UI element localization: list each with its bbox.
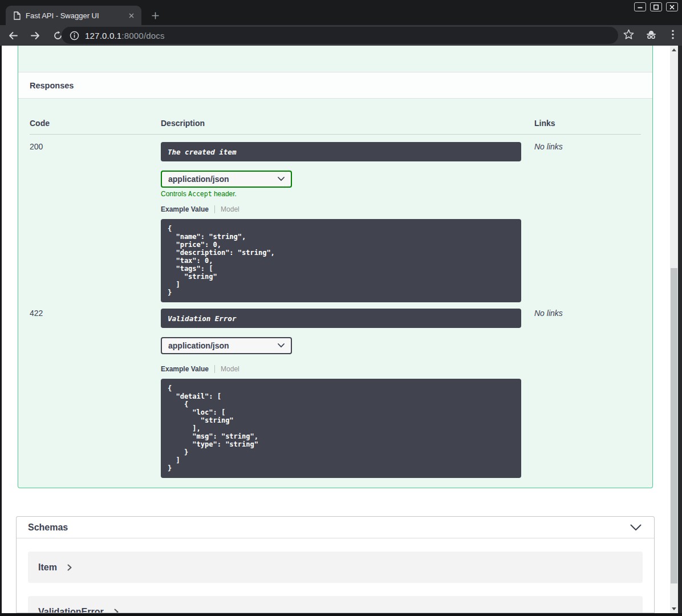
model-row-item[interactable]: Item (28, 552, 643, 583)
maximize-button[interactable] (650, 2, 662, 11)
browser-titlebar: Fast API - Swagger UI (0, 0, 682, 46)
schemas-header[interactable]: Schemas (17, 517, 654, 538)
kebab-menu-icon (672, 30, 674, 39)
schemas-title: Schemas (28, 522, 68, 533)
scroll-up-icon[interactable] (672, 48, 676, 51)
browser-menu-button[interactable] (668, 30, 677, 42)
chevron-down-icon (278, 177, 285, 181)
maximize-icon (653, 5, 659, 10)
incognito-icon (646, 30, 657, 39)
model-name: ValidationError (38, 607, 104, 614)
back-button[interactable] (6, 28, 21, 43)
tab-divider (214, 205, 215, 213)
example-json-block: { "detail": [ { "loc": [ "string" ], "ms… (161, 379, 521, 478)
forward-button[interactable] (28, 28, 43, 43)
header-description: Description (161, 119, 534, 128)
tab-model[interactable]: Model (221, 365, 239, 373)
response-code: 422 (30, 309, 161, 478)
browser-tab[interactable]: Fast API - Swagger UI (6, 6, 141, 25)
new-tab-button[interactable] (147, 7, 163, 23)
tab-divider (214, 365, 215, 373)
chevron-down-icon (278, 343, 285, 348)
media-type-value: application/json (168, 341, 229, 350)
response-row-200: 200 The created item application/json Co… (30, 135, 641, 302)
header-code: Code (30, 119, 161, 128)
responses-section-header: Responses (18, 72, 652, 99)
schemas-body: Item ValidationError (17, 538, 654, 613)
responses-title: Responses (30, 81, 74, 90)
address-bar[interactable]: 127.0.0.1:8000/docs (62, 27, 618, 44)
swagger-page: Responses Code Description Links 200 The… (2, 46, 670, 613)
url-text: 127.0.0.1:8000/docs (85, 31, 165, 40)
response-description-text: The created item (168, 148, 236, 156)
tab-title: Fast API - Swagger UI (26, 11, 125, 20)
window-frame-left (0, 46, 2, 616)
chevron-right-icon (67, 564, 72, 571)
incognito-indicator[interactable] (646, 30, 657, 42)
scrollbar-thumb[interactable] (671, 268, 677, 583)
tab-example-value[interactable]: Example Value (161, 365, 209, 373)
close-icon (669, 5, 675, 10)
model-row-validationerror[interactable]: ValidationError (28, 596, 643, 613)
url-host: 127.0.0.1 (85, 31, 121, 40)
reload-icon (53, 31, 63, 40)
header-links: Links (534, 119, 641, 128)
info-circle-icon[interactable] (70, 31, 79, 40)
minimize-icon (638, 5, 643, 9)
opblock-spacer (18, 46, 652, 72)
tab-model[interactable]: Model (221, 205, 239, 213)
window-controls (634, 2, 678, 11)
minimize-button[interactable] (634, 2, 646, 11)
model-name: Item (38, 562, 57, 573)
operation-block: Responses Code Description Links 200 The… (18, 46, 653, 488)
bookmark-star-icon (623, 29, 634, 39)
chevron-down-icon[interactable] (630, 524, 642, 531)
response-row-422: 422 Validation Error application/json Ex… (30, 309, 641, 478)
accept-note-suffix: header. (212, 190, 237, 198)
schemas-section: Schemas Item ValidationError (16, 516, 655, 613)
window-frame-right (678, 46, 682, 616)
page-scrollbar[interactable] (670, 46, 678, 613)
close-window-button[interactable] (666, 2, 678, 11)
accept-note-code: Accept (188, 190, 212, 198)
accept-header-note: Controls Accept header. (161, 190, 534, 198)
window-frame-bottom (0, 613, 682, 616)
example-model-tabs: Example Value Model (161, 205, 534, 214)
url-path: :8000/docs (121, 31, 164, 40)
arrow-left-icon (8, 31, 18, 40)
tab-close-button[interactable] (125, 10, 137, 21)
media-type-value: application/json (168, 175, 229, 184)
responses-table: Code Description Links 200 The created i… (18, 99, 652, 478)
response-links: No links (534, 142, 641, 302)
chevron-right-icon (114, 609, 119, 614)
example-model-tabs: Example Value Model (161, 364, 534, 374)
response-description-box: The created item (161, 142, 521, 161)
response-code: 200 (30, 142, 161, 302)
scroll-down-icon[interactable] (672, 607, 676, 610)
example-json-block: { "name": "string", "price": 0, "descrip… (161, 219, 521, 302)
responses-table-headers: Code Description Links (30, 119, 641, 135)
response-description-text: Validation Error (168, 314, 236, 323)
response-description-box: Validation Error (161, 309, 521, 328)
document-icon (14, 11, 21, 20)
response-links: No links (534, 309, 641, 478)
media-type-select[interactable]: application/json (161, 171, 292, 188)
close-icon (129, 13, 134, 18)
bookmark-star-button[interactable] (623, 29, 634, 42)
media-type-select[interactable]: application/json (161, 337, 292, 354)
plus-icon (152, 12, 159, 19)
arrow-right-icon (30, 31, 40, 40)
tab-example-value[interactable]: Example Value (161, 205, 209, 213)
accept-note-prefix: Controls (161, 190, 188, 198)
